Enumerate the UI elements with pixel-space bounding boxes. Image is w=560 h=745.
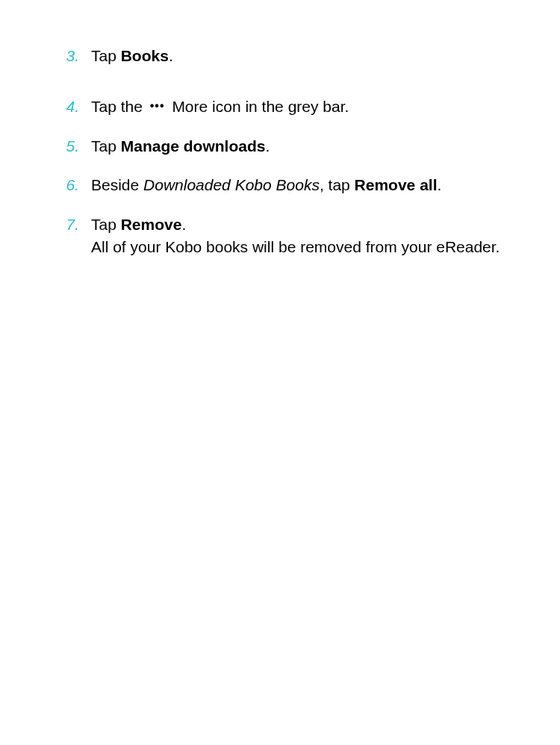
step-text: . (265, 137, 270, 155)
step-text: . (437, 176, 441, 193)
step-content: Tap Books. (91, 45, 500, 67)
step-bold-term: Remove all (355, 176, 438, 193)
step-bold-term: Manage downloads (121, 137, 266, 155)
step-text: Tap (91, 47, 121, 64)
step-number: 5. (60, 135, 91, 158)
step-content: Tap the ••• More icon in the grey bar. (91, 96, 500, 118)
step-text: More icon in the grey bar. (168, 98, 349, 115)
step-number: 7. (60, 213, 91, 259)
step-item: 3. Tap Books. (60, 45, 500, 67)
step-text: , tap (320, 176, 355, 193)
step-bold-term: Remove (121, 216, 182, 233)
step-text: Beside (91, 176, 143, 193)
step-number: 4. (60, 96, 91, 118)
step-text: . (169, 47, 173, 64)
step-number: 6. (60, 174, 91, 196)
step-item: 5. Tap Manage downloads. (60, 135, 500, 158)
step-bold-term: Books (121, 47, 169, 64)
step-secondary-text: All of your Kobo books will be removed f… (91, 236, 500, 258)
step-content: Tap Remove. All of your Kobo books will … (91, 213, 500, 259)
step-content: Tap Manage downloads. (91, 135, 500, 158)
instruction-list: 3. Tap Books. 4. Tap the ••• More icon i… (60, 45, 500, 259)
step-text: . (181, 216, 186, 233)
step-content: Beside Downloaded Kobo Books, tap Remove… (91, 174, 500, 196)
step-italic-term: Downloaded Kobo Books (143, 176, 320, 193)
step-text: Tap (91, 137, 121, 155)
step-number: 3. (60, 45, 91, 67)
step-text: Tap (91, 216, 121, 233)
step-item: 7. Tap Remove. All of your Kobo books wi… (60, 213, 500, 259)
step-item: 6. Beside Downloaded Kobo Books, tap Rem… (60, 174, 500, 196)
step-item: 4. Tap the ••• More icon in the grey bar… (60, 96, 500, 118)
step-text: Tap the (91, 98, 147, 115)
more-icon: ••• (147, 97, 168, 114)
